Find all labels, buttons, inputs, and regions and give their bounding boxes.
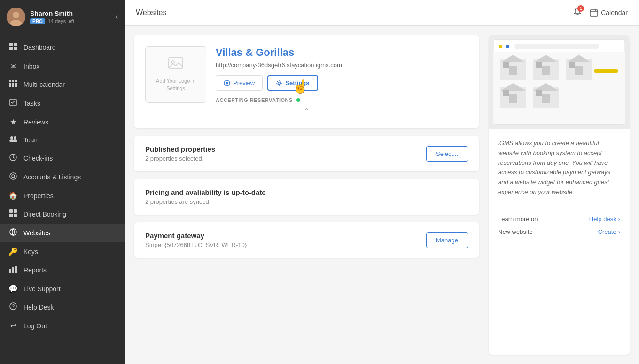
multi-calendar-icon <box>8 80 18 89</box>
sidebar-item-reviews[interactable]: ★ Reviews <box>0 113 125 131</box>
svg-point-1 <box>13 12 19 18</box>
sidebar-item-websites[interactable]: Websites <box>0 224 125 242</box>
sidebar: Sharon Smith PRO 14 days left ‹ Dashboar… <box>0 0 125 364</box>
svg-rect-37 <box>590 10 598 16</box>
reports-icon <box>8 265 18 275</box>
svg-rect-54 <box>509 66 517 75</box>
svg-rect-59 <box>536 62 542 68</box>
svg-rect-6 <box>14 47 17 50</box>
content-area: Add Your Logo in Settings Villas & Goril… <box>125 26 639 364</box>
create-link[interactable]: Create › <box>598 228 620 235</box>
svg-rect-5 <box>9 47 13 50</box>
sidebar-item-label: Accounts & Listings <box>23 173 81 181</box>
svg-rect-26 <box>9 209 13 213</box>
svg-rect-14 <box>12 85 14 87</box>
select-button[interactable]: Select... <box>426 146 468 162</box>
website-url: http://company-36dsgetr6.staycation.igms… <box>216 62 468 69</box>
payment-gateway-title: Payment gateway <box>145 232 247 240</box>
left-panel: Add Your Logo in Settings Villas & Goril… <box>134 35 479 355</box>
svg-point-48 <box>499 45 502 48</box>
log-out-icon: ↩ <box>8 321 18 330</box>
svg-point-17 <box>10 136 13 139</box>
status-label: ACCEPTING RESERVATIONS <box>216 97 293 103</box>
tasks-icon <box>8 99 18 108</box>
pro-badge: PRO <box>30 18 45 24</box>
user-details: Sharon Smith PRO 14 days left <box>30 10 74 24</box>
help-desk-link[interactable]: Help desk › <box>589 216 620 223</box>
sidebar-item-inbox[interactable]: ✉ Inbox <box>0 57 125 75</box>
svg-rect-32 <box>9 269 11 273</box>
settings-button[interactable]: Settings <box>267 75 318 91</box>
sidebar-item-label: Log Out <box>23 322 47 330</box>
svg-text:?: ? <box>12 304 15 309</box>
help-desk-icon: ? <box>8 302 18 312</box>
svg-rect-34 <box>15 266 17 273</box>
sidebar-item-dashboard[interactable]: Dashboard <box>0 38 125 57</box>
sidebar-item-log-out[interactable]: ↩ Log Out <box>0 317 125 335</box>
svg-point-44 <box>226 82 228 84</box>
sidebar-item-reports[interactable]: Reports <box>0 261 125 279</box>
svg-rect-7 <box>9 80 11 82</box>
sidebar-item-accounts-listings[interactable]: Accounts & Listings <box>0 168 125 186</box>
website-card: Add Your Logo in Settings Villas & Goril… <box>134 35 479 128</box>
svg-point-18 <box>14 136 16 139</box>
svg-rect-33 <box>12 267 14 273</box>
preview-button[interactable]: Preview <box>216 75 263 91</box>
svg-rect-55 <box>503 62 509 68</box>
svg-rect-58 <box>542 66 550 75</box>
sidebar-item-help-desk[interactable]: ? Help Desk <box>0 298 125 317</box>
sidebar-item-label: Live Support <box>23 285 61 293</box>
notifications-button[interactable]: 1 <box>573 7 582 19</box>
website-preview-image <box>489 35 630 129</box>
website-actions: Preview Settings ☝ <box>216 75 468 91</box>
pricing-availability-title: Pricing and avaliability is up-to-date <box>145 188 266 196</box>
dashboard-icon <box>8 43 18 52</box>
sidebar-item-check-ins[interactable]: Check-ins <box>0 149 125 168</box>
sidebar-item-multi-calendar[interactable]: Multi-calendar <box>0 75 125 94</box>
sidebar-item-label: Tasks <box>23 100 40 107</box>
sidebar-item-label: Reports <box>23 266 47 274</box>
avatar <box>7 8 25 26</box>
new-website-label: New website <box>498 228 533 235</box>
sidebar-item-tasks[interactable]: Tasks <box>0 94 125 113</box>
notification-count: 1 <box>577 5 584 12</box>
svg-rect-3 <box>9 43 13 46</box>
pricing-availability-subtitle: 2 properties are synced. <box>145 198 266 205</box>
right-panel-body: iGMS allows you to create a beautiful we… <box>489 129 630 355</box>
logo-placeholder: Add Your Logo in Settings <box>145 46 206 103</box>
sidebar-item-label: Multi-calendar <box>23 81 65 88</box>
direct-booking-icon <box>8 209 18 219</box>
properties-icon: 🏠 <box>8 191 18 200</box>
website-info: Villas & Gorillas http://company-36dsget… <box>216 46 468 103</box>
divider <box>498 207 620 207</box>
sidebar-item-team[interactable]: Team <box>0 131 125 149</box>
page-title: Websites <box>136 8 167 17</box>
website-name: Villas & Gorillas <box>216 46 468 59</box>
calendar-button[interactable]: Calendar <box>590 8 628 17</box>
sidebar-item-keys[interactable]: 🔑 Keys <box>0 242 125 261</box>
manage-button[interactable]: Manage <box>426 232 468 248</box>
sidebar-item-label: Help Desk <box>23 303 54 311</box>
learn-more-row: Learn more on Help desk › <box>498 216 620 223</box>
team-icon <box>8 136 18 144</box>
sidebar-item-direct-booking[interactable]: Direct Booking <box>0 205 125 224</box>
status-indicator <box>296 98 300 102</box>
svg-rect-72 <box>536 90 542 96</box>
sidebar-item-properties[interactable]: 🏠 Properties <box>0 186 125 205</box>
payment-gateway-card: Payment gateway Stripe: {5072668 B.C. SV… <box>134 222 479 258</box>
new-website-row: New website Create › <box>498 228 620 235</box>
collapse-sidebar-button[interactable]: ‹ <box>116 13 118 21</box>
svg-rect-10 <box>9 83 11 85</box>
check-ins-icon <box>8 154 18 163</box>
learn-more-label: Learn more on <box>498 216 538 223</box>
svg-rect-27 <box>14 209 17 213</box>
svg-rect-67 <box>509 94 517 103</box>
status-row: ACCEPTING RESERVATIONS <box>216 97 468 103</box>
sidebar-item-live-support[interactable]: 💬 Live Support <box>0 279 125 298</box>
svg-rect-63 <box>569 62 575 68</box>
collapse-arrow[interactable]: ⌃ <box>145 107 468 117</box>
svg-rect-41 <box>169 58 183 68</box>
svg-rect-8 <box>12 80 14 82</box>
right-panel-description: iGMS allows you to create a beautiful we… <box>498 139 620 197</box>
svg-rect-12 <box>15 83 17 85</box>
